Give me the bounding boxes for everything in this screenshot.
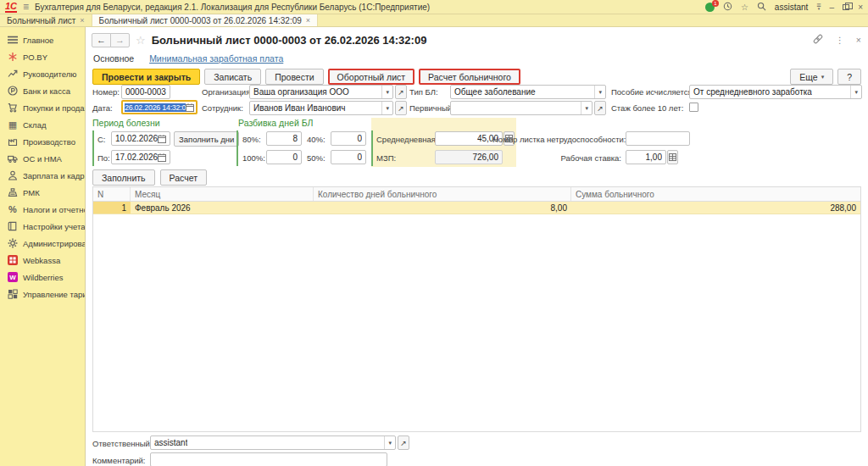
- work-rate-input[interactable]: 1,00: [626, 150, 666, 164]
- sidebar-item-sklad[interactable]: ▦Склад: [0, 116, 85, 133]
- period-group-title: Период болезни: [92, 118, 160, 128]
- open-primary-button[interactable]: ↗: [594, 101, 606, 115]
- column-header-sum[interactable]: Сумма больничного: [571, 187, 860, 201]
- dropdown-caret-icon[interactable]: ▾: [381, 102, 389, 114]
- sidebar-item-label: Покупки и продажи: [23, 103, 85, 113]
- favorites-icon[interactable]: ☆: [741, 3, 748, 12]
- close-window-button[interactable]: ×: [858, 3, 863, 12]
- main-menu-icon[interactable]: ≡: [23, 3, 29, 11]
- nav-osnovnoe[interactable]: Основное: [93, 53, 134, 64]
- service-menu-icon[interactable]: ≡▾: [816, 3, 821, 10]
- dropdown-caret-icon[interactable]: ▾: [594, 86, 602, 98]
- restore-button[interactable]: [843, 4, 849, 10]
- sidebar-item-rukovoditelyu[interactable]: Руководителю: [0, 65, 85, 82]
- p50-input[interactable]: 0: [331, 150, 366, 164]
- sidebar-item-wildberries[interactable]: WWildberries: [0, 269, 85, 286]
- discussions-icon[interactable]: 1: [705, 3, 715, 12]
- fill-table-button[interactable]: Заполнить: [92, 169, 155, 186]
- calendar-icon[interactable]: [158, 135, 166, 143]
- header-fields: Номер: 0000-0003 Организация: Ваша орган…: [86, 83, 868, 117]
- trend-chart-icon: [7, 68, 19, 80]
- link-icon[interactable]: [813, 34, 823, 46]
- close-document-icon[interactable]: ×: [856, 35, 861, 45]
- employee-combo[interactable]: Иванов Иван Иванович▾: [249, 101, 393, 115]
- sidebar-item-zarplata-kadry[interactable]: Зарплата и кадры: [0, 167, 85, 184]
- date-input[interactable]: 26.02.2026 14:32:09: [121, 100, 198, 114]
- sidebar-item-bank-kassa[interactable]: Банк и касса: [0, 82, 85, 99]
- p80-input[interactable]: 8: [266, 131, 302, 146]
- sick-type-combo[interactable]: Общее заболевание▾: [450, 85, 606, 99]
- webkassa-icon: [7, 254, 19, 266]
- dropdown-caret-icon[interactable]: ▾: [384, 436, 392, 449]
- document-form: ← → ☆ Больничный лист 0000-0003 от 26.02…: [85, 27, 868, 466]
- sidebar-item-webkassa[interactable]: Webkassa: [0, 252, 85, 269]
- organization-label: Организация:: [202, 87, 253, 97]
- cell-days[interactable]: 8,00: [314, 202, 571, 214]
- sidebar-item-label: Налоги и отчетность: [23, 205, 85, 214]
- sidebar-item-nastroyki-ucheta[interactable]: Настройки учета: [0, 218, 85, 235]
- responsible-label: Ответственный:: [92, 439, 153, 448]
- cell-n[interactable]: 1: [93, 202, 131, 214]
- open-organization-button[interactable]: ↗: [395, 85, 407, 99]
- dropdown-caret-icon[interactable]: ▾: [581, 102, 588, 114]
- sidebar-item-upravlenie-tarifom[interactable]: Управление тарифом: [0, 286, 85, 302]
- back-button[interactable]: ←: [92, 33, 111, 47]
- favorite-star-icon[interactable]: ☆: [136, 34, 146, 47]
- calc-grid-icon[interactable]: [667, 150, 678, 164]
- dropdown-caret-icon[interactable]: ▾: [381, 86, 389, 98]
- column-header-days[interactable]: Количество дней больничного: [314, 187, 571, 201]
- history-icon[interactable]: [723, 2, 732, 13]
- p100-input[interactable]: 0: [266, 150, 302, 164]
- dropdown-caret-icon[interactable]: ▾: [850, 86, 858, 98]
- seniority-checkbox[interactable]: [689, 103, 698, 112]
- current-user[interactable]: assistant: [775, 3, 808, 12]
- number-input[interactable]: 0000-0003: [121, 85, 170, 99]
- open-employee-button[interactable]: ↗: [395, 101, 407, 115]
- sidebar-item-rmk[interactable]: РМК: [0, 184, 85, 201]
- nav-min-wage-link[interactable]: Минимальная заработная плата: [149, 53, 283, 64]
- p40-input[interactable]: 0: [331, 131, 366, 146]
- more-actions-icon[interactable]: ⋮: [835, 35, 844, 45]
- organization-combo[interactable]: Ваша организация ООО▾: [249, 85, 393, 99]
- minimize-button[interactable]: –: [830, 3, 835, 12]
- cert-number-label: Номер листка нетрудоспособности:: [492, 135, 621, 144]
- tab-bolnichny-document[interactable]: Больничный лист 0000-0003 от 26.02.2026 …: [92, 14, 318, 26]
- cell-month[interactable]: Февраль 2026: [131, 202, 314, 214]
- comment-input[interactable]: [150, 452, 387, 466]
- sidebar-item-proizvodstvo[interactable]: Производство: [0, 133, 85, 150]
- sidebar-item-os-nma[interactable]: ОС и НМА: [0, 150, 85, 167]
- forward-button[interactable]: →: [110, 33, 130, 47]
- column-header-n[interactable]: N: [93, 187, 131, 201]
- table-empty-area[interactable]: [93, 214, 860, 431]
- sidebar-item-label: Производство: [23, 137, 75, 147]
- search-icon[interactable]: [757, 2, 766, 13]
- column-header-month[interactable]: Месяц: [131, 187, 314, 201]
- calc-table-button[interactable]: Расчет: [160, 169, 207, 186]
- sidebar-item-label: Настройки учета: [23, 222, 85, 231]
- period-to-label: По:: [97, 153, 110, 163]
- calendar-icon[interactable]: [186, 103, 194, 112]
- table-row[interactable]: 1 Февраль 2026 8,00 288,00: [93, 202, 860, 214]
- cell-sum[interactable]: 288,00: [571, 202, 860, 214]
- benefit-combo[interactable]: От среднедневного заработка▾: [689, 85, 862, 99]
- primary-combo[interactable]: ▾: [450, 101, 593, 115]
- open-responsible-button[interactable]: ↗: [398, 435, 409, 450]
- fill-days-button[interactable]: Заполнить дни: [174, 131, 239, 147]
- responsible-combo[interactable]: assistant▾: [150, 435, 396, 450]
- sidebar-item-pokupki-prodazhi[interactable]: Покупки и продажи: [0, 99, 85, 116]
- window-tab-bar: Больничный лист × Больничный лист 0000-0…: [0, 14, 868, 27]
- work-rate-label: Рабочая ставка:: [545, 153, 621, 163]
- period-to-input[interactable]: 17.02.2026: [111, 150, 170, 164]
- primary-label: Первичный:: [409, 103, 454, 113]
- sidebar-item-poby[interactable]: PO.BY: [0, 48, 85, 65]
- cert-number-input[interactable]: [626, 131, 690, 146]
- sidebar-item-nalogi[interactable]: %Налоги и отчетность: [0, 201, 85, 218]
- calendar-icon[interactable]: [158, 153, 166, 162]
- period-from-input[interactable]: 10.02.2026: [111, 131, 170, 146]
- tab-bolnichny-list[interactable]: Больничный лист ×: [0, 14, 92, 26]
- close-tab-icon[interactable]: ×: [80, 16, 84, 25]
- sidebar-item-administrirovanie[interactable]: Администрирование: [0, 235, 85, 252]
- menu-lines-icon: [7, 34, 19, 46]
- sidebar-item-glavnoe[interactable]: Главное: [0, 31, 85, 48]
- close-tab-icon[interactable]: ×: [306, 16, 310, 25]
